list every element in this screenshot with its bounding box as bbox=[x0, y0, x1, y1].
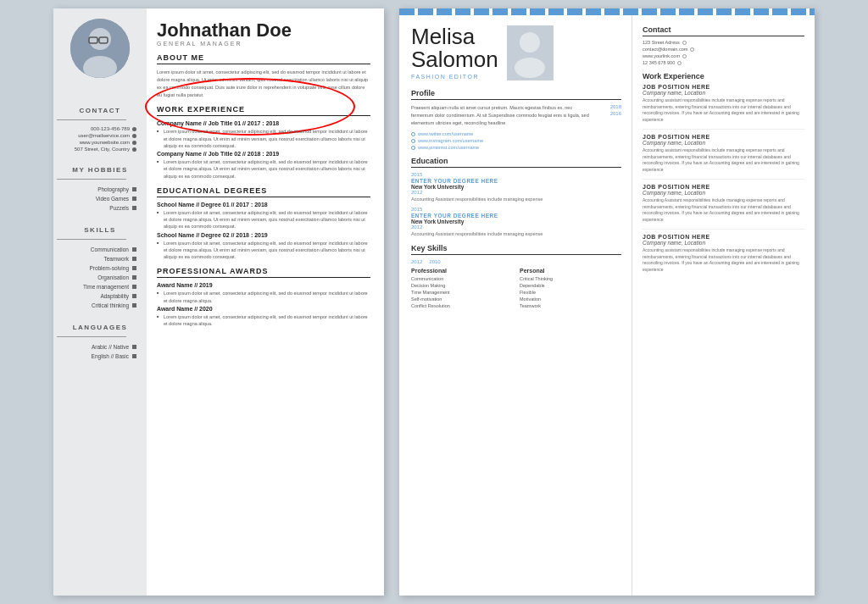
edu-desc-2: Accounting Assistant responsibilities in… bbox=[411, 230, 621, 237]
contact-website-right: www.yourlink.com bbox=[643, 53, 804, 58]
skill-icon bbox=[132, 257, 136, 261]
edu-entry-1: 2015 ENTER YOUR DEGREE HERE New York Uni… bbox=[411, 172, 621, 202]
edu-year-row-2b: 2012 bbox=[411, 224, 621, 230]
profile-block: Praesent aliquam nulla sit amet cursut p… bbox=[411, 104, 621, 131]
award-desc-2: Lorem ipsum dolor sit amet, consectetur … bbox=[157, 313, 370, 328]
skill-icon bbox=[132, 294, 136, 298]
hobby-puzzles: Puzzels bbox=[57, 203, 143, 213]
left-main-content: Johnathan Doe GENERAL MANAGER ABOUT ME L… bbox=[147, 8, 384, 596]
skill-timemanagement: Time management bbox=[57, 282, 143, 291]
job-divider-1 bbox=[643, 129, 804, 130]
work-experience-right: Work Experience JOB POSITION HERE Compan… bbox=[643, 72, 804, 273]
contact-email: user@mailservice.com bbox=[57, 132, 143, 139]
contact-label: CONTACT bbox=[57, 107, 143, 114]
skill-icon bbox=[132, 266, 136, 270]
skill-icon bbox=[132, 285, 136, 289]
contact-right-heading: Contact bbox=[643, 25, 804, 36]
link-icon bbox=[411, 132, 415, 136]
award-desc-1: Lorem ipsum dolor sit amet, consectetur … bbox=[157, 290, 370, 304]
skill-adaptability: Adaptability bbox=[57, 291, 143, 301]
key-skills-personal: Personal Critical Thinking Dependable Fl… bbox=[520, 268, 621, 310]
right-header: Melisa Salomon FASHION EDITOR bbox=[411, 25, 621, 80]
job-desc-2: Lorem ipsum dolor sit amet, consectetur … bbox=[157, 158, 370, 180]
work-experience-right-heading: Work Experience bbox=[643, 72, 804, 80]
skill-icon bbox=[132, 275, 136, 280]
link-icon bbox=[411, 139, 415, 143]
skills-section: SKILLS Communication Teamwork Problem-so… bbox=[53, 218, 147, 315]
award-title-1: Award Name // 2019 bbox=[157, 282, 370, 288]
contact-right-section: Contact 123 Street Adress contact@domain… bbox=[643, 25, 804, 65]
about-text: Lorem ipsum dolor sit amet, consectetur … bbox=[157, 69, 370, 98]
skill-criticalthinking: Critical thinking bbox=[57, 301, 143, 310]
contact-email-right: contact@domain.com bbox=[643, 47, 804, 52]
key-skills-grid: Professional Communication Decision Maki… bbox=[411, 268, 621, 310]
contact-address: 507 Street, City, Country bbox=[57, 146, 143, 152]
job-title-2: Company Name // Job Title 02 // 2018 : 2… bbox=[157, 151, 370, 157]
right-name-block: Melisa Salomon FASHION EDITOR bbox=[411, 25, 498, 80]
hobby-icon bbox=[132, 206, 136, 210]
phone-icon bbox=[132, 127, 136, 131]
award-title-2: Award Name // 2020 bbox=[157, 306, 370, 312]
website-icon-right bbox=[682, 54, 687, 58]
right-right-column: Contact 123 Street Adress contact@domain… bbox=[632, 15, 815, 596]
left-sidebar: CONTACT 000-123-456-789 user@mailservice… bbox=[53, 8, 147, 596]
link-icon bbox=[411, 146, 415, 150]
job-block-1: JOB POSITION HERE Company name, Location… bbox=[643, 84, 804, 123]
awards-heading: PROFESSIONAL AWARDS bbox=[157, 267, 370, 278]
edu-school-1: New York University bbox=[411, 184, 621, 190]
lang-english: English // Basic bbox=[57, 352, 143, 361]
phone-icon-right bbox=[677, 61, 682, 65]
hobby-videogames: Video Games bbox=[57, 194, 143, 203]
left-resume: CONTACT 000-123-456-789 user@mailservice… bbox=[53, 8, 384, 596]
svg-point-8 bbox=[515, 58, 545, 78]
job-desc-1: Lorem ipsum dolor sit amet, consectetur … bbox=[157, 128, 370, 149]
skill-problemsolving: Problem-solving bbox=[57, 263, 143, 273]
right-resume-content: Melisa Salomon FASHION EDITOR Profile bbox=[399, 15, 815, 596]
job-divider-3 bbox=[643, 229, 804, 230]
skill-icon bbox=[132, 303, 136, 308]
skill-organisation: Organisation bbox=[57, 273, 143, 282]
hobby-icon bbox=[132, 197, 136, 201]
hobby-photography: Photography bbox=[57, 185, 143, 194]
edu-year-row-1b: 2012 bbox=[411, 190, 621, 195]
avatar-right bbox=[507, 25, 554, 80]
hobbies-label: MY HOBBIES bbox=[57, 166, 143, 174]
work-experience-heading: WORK EXPERIENCE bbox=[157, 105, 370, 116]
skills-label: SKILLS bbox=[57, 226, 143, 234]
edu-year-row-2: 2015 bbox=[411, 207, 621, 212]
degree-title-2: School Name // Degree 02 // 2018 : 2019 bbox=[157, 232, 370, 238]
hobbies-section: MY HOBBIES Photography Video Games Puzze… bbox=[53, 158, 147, 218]
contact-address-right: 123 Street Adress bbox=[643, 40, 804, 45]
about-heading: ABOUT ME bbox=[157, 53, 370, 64]
contact-divider bbox=[57, 119, 126, 120]
languages-section: LANGUAGES Arabic // Native English // Ba… bbox=[53, 315, 147, 366]
email-icon-right bbox=[690, 47, 694, 52]
hobby-icon bbox=[132, 187, 136, 191]
profile-heading: Profile bbox=[411, 89, 621, 100]
social-twitter: www.twitter.com/username bbox=[411, 131, 621, 136]
skill-teamwork: Teamwork bbox=[57, 254, 143, 263]
job-block-4: JOB POSITION HERE Company name, Location… bbox=[643, 234, 804, 273]
degree-desc-2: Lorem ipsum dolor sit amet, consectetur … bbox=[157, 240, 370, 261]
edu-entry-2: 2015 ENTER YOUR DEGREE HERE New York Uni… bbox=[411, 207, 621, 237]
svg-point-7 bbox=[520, 32, 540, 53]
lang-icon bbox=[132, 345, 136, 349]
job-title-1: Company Name // Job Title 01 // 2017 : 2… bbox=[157, 120, 370, 126]
social-instagram: www.instragram.com/username bbox=[411, 138, 621, 143]
education-heading: EDUCATIONAL DEGREES bbox=[157, 186, 370, 197]
edu-degree-1: ENTER YOUR DEGREE HERE bbox=[411, 178, 621, 184]
hobbies-divider bbox=[57, 179, 126, 180]
address-icon bbox=[132, 147, 136, 152]
education-heading-right: Education bbox=[411, 157, 621, 168]
profile-years: 2018 2016 bbox=[600, 104, 621, 131]
right-resume: Melisa Salomon FASHION EDITOR Profile bbox=[399, 8, 815, 596]
candidate-title-right: FASHION EDITOR bbox=[411, 74, 498, 80]
contact-website: www.yourwebsite.com bbox=[57, 139, 143, 146]
degree-title-1: School Name // Degree 01 // 2017 : 2018 bbox=[157, 202, 370, 208]
edu-year-row-1: 2015 bbox=[411, 172, 621, 177]
languages-divider bbox=[57, 336, 126, 337]
right-left-column: Melisa Salomon FASHION EDITOR Profile bbox=[399, 15, 632, 596]
candidate-title: GENERAL MANAGER bbox=[157, 41, 370, 47]
address-icon-right bbox=[682, 41, 687, 45]
edu-school-2: New York University bbox=[411, 219, 621, 224]
